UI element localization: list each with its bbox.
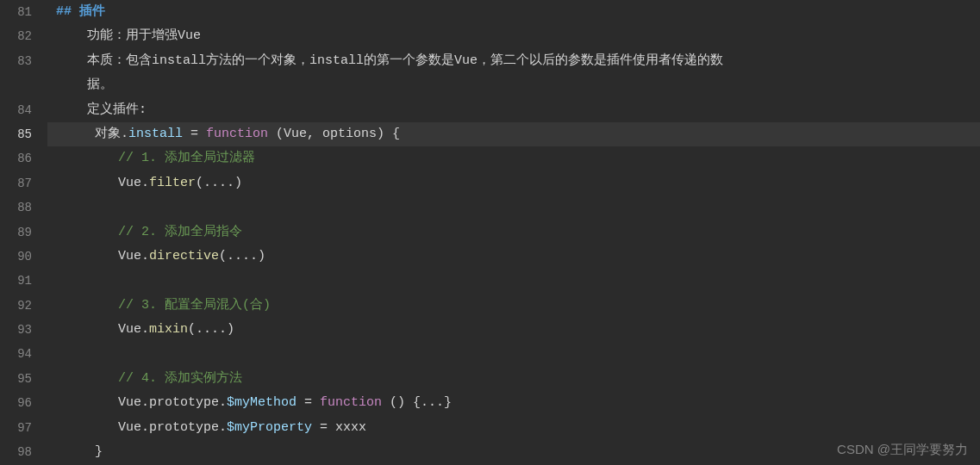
code-line[interactable]: 对象.install = function (Vue, options) { [47,122,980,146]
line-number-gutter: 81828384858687888990919293949596979899 [0,0,47,465]
code-token: 对象. [56,127,128,141]
code-token: Vue.prototype. [56,395,227,410]
line-number: 85 [0,122,32,146]
code-token: // 4. 添加实例方法 [118,371,242,386]
code-line[interactable] [47,342,980,366]
code-line[interactable]: // 3. 配置全局混入(合) [47,294,980,318]
line-number: 90 [0,245,32,269]
line-number: 84 [0,98,32,122]
code-line[interactable]: 定义插件: [47,98,980,122]
code-token [56,151,118,165]
line-number: 87 [0,171,32,195]
line-number: 94 [0,342,32,366]
code-token: Vue. [56,322,149,337]
code-line[interactable] [47,269,980,293]
code-line[interactable]: Vue.mixin(....) [47,318,980,342]
line-number: 82 [0,24,32,48]
code-token [56,225,118,239]
code-line[interactable]: // 4. 添加实例方法 [47,367,980,391]
line-number: 86 [0,146,32,170]
code-line[interactable]: ## 插件 [47,0,980,24]
code-token: filter [149,176,196,190]
code-editor[interactable]: 81828384858687888990919293949596979899 #… [0,0,980,465]
code-token: function [320,395,382,410]
code-line[interactable]: Vue.directive(....) [47,245,980,269]
code-token: } [56,444,103,459]
code-line[interactable]: 本质：包含install方法的一个对象，install的第一个参数是Vue，第二… [47,49,980,98]
line-number: 88 [0,195,32,220]
code-token: 功能：用于增强Vue [56,28,201,43]
line-number: 93 [0,318,32,342]
code-token: install [128,127,183,141]
code-token: = [296,395,320,410]
code-area[interactable]: ## 插件 功能：用于增强Vue 本质：包含install方法的一个对象，ins… [47,0,980,465]
code-line[interactable]: // 1. 添加全局过滤器 [47,146,980,170]
code-token: = [183,127,206,141]
code-line[interactable]: // 2. 添加全局指令 [47,220,980,245]
code-line[interactable] [47,195,980,220]
code-token: Vue. [56,249,149,264]
line-number: 92 [0,294,32,318]
code-token: (Vue, options) { [268,127,400,141]
code-line[interactable]: Vue.prototype.$myMethod = function () {.… [47,391,980,415]
line-number: 89 [0,220,32,245]
code-token: directive [149,249,219,264]
line-number: 91 [0,269,32,293]
line-number: 83 [0,49,32,98]
code-line[interactable]: Vue.filter(....) [47,171,980,195]
line-number: 96 [0,391,32,415]
code-token: = xxxx [312,420,366,435]
code-line[interactable]: Vue.prototype.$myProperty = xxxx [47,416,980,440]
line-number: 95 [0,367,32,391]
code-token: () {...} [382,395,452,410]
line-number: 81 [0,0,32,24]
code-token: // 2. 添加全局指令 [118,225,242,239]
code-token: 定义插件: [56,102,147,117]
code-token: Vue. [56,176,149,190]
code-token: $myMethod [227,395,296,410]
code-token: // 1. 添加全局过滤器 [118,151,255,165]
code-token [56,371,118,386]
code-token [56,298,118,313]
line-number: 98 [0,440,32,464]
line-number: 97 [0,416,32,440]
code-token: Vue.prototype. [56,420,227,435]
code-line[interactable]: } [47,440,980,464]
code-token: 本质：包含install方法的一个对象，install的第一个参数是Vue，第二… [56,53,723,92]
code-token: $myProperty [227,420,312,435]
code-token: function [206,127,268,141]
code-token: (....) [188,322,234,337]
code-line[interactable]: 功能：用于增强Vue [47,24,980,48]
code-token: (....) [196,176,242,190]
code-token: mixin [149,322,188,337]
code-token: ## 插件 [56,4,105,19]
code-token: // 3. 配置全局混入(合) [118,298,271,313]
code-token: (....) [219,249,265,264]
